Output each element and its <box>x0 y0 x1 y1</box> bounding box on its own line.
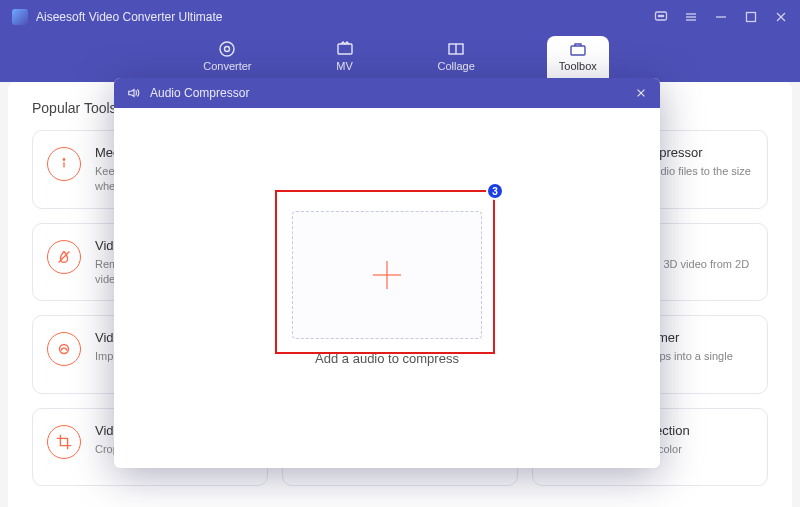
window-controls <box>654 10 788 24</box>
nav-converter[interactable]: Converter <box>191 36 263 82</box>
collage-icon <box>447 40 465 58</box>
svg-rect-8 <box>747 13 756 22</box>
callout-badge: 3 <box>486 182 504 200</box>
speaker-icon <box>126 85 142 101</box>
close-icon[interactable] <box>774 10 788 24</box>
svg-point-12 <box>225 47 230 52</box>
svg-point-2 <box>660 15 661 16</box>
nav-label: Collage <box>438 60 475 72</box>
menu-icon[interactable] <box>684 10 698 24</box>
plus-icon <box>367 255 407 295</box>
svg-rect-16 <box>571 46 585 55</box>
svg-point-18 <box>63 159 64 160</box>
converter-icon <box>218 40 236 58</box>
crop-icon <box>47 425 81 459</box>
svg-point-11 <box>220 42 234 56</box>
nav-label: Toolbox <box>559 60 597 72</box>
minimize-icon[interactable] <box>714 10 728 24</box>
svg-point-3 <box>662 15 663 16</box>
app-title: Aiseesoft Video Converter Ultimate <box>36 10 654 24</box>
app-logo <box>12 9 28 25</box>
modal-close-icon[interactable] <box>634 86 648 100</box>
modal-body: Add a audio to compress <box>114 108 660 468</box>
nav-mv[interactable]: MV <box>324 36 366 82</box>
top-nav: Converter MV Collage Toolbox <box>0 34 800 82</box>
enhance-icon <box>47 332 81 366</box>
mv-icon <box>336 40 354 58</box>
audio-compressor-modal: Audio Compressor Add a audio to compress <box>114 78 660 468</box>
add-audio-dropzone[interactable] <box>292 211 482 339</box>
modal-titlebar: Audio Compressor <box>114 78 660 108</box>
feedback-icon[interactable] <box>654 10 668 24</box>
info-icon <box>47 147 81 181</box>
modal-title: Audio Compressor <box>150 86 634 100</box>
watermark-icon <box>47 240 81 274</box>
nav-toolbox[interactable]: Toolbox <box>547 36 609 82</box>
nav-label: Converter <box>203 60 251 72</box>
nav-label: MV <box>336 60 353 72</box>
titlebar: Aiseesoft Video Converter Ultimate <box>0 0 800 34</box>
maximize-icon[interactable] <box>744 10 758 24</box>
nav-collage[interactable]: Collage <box>426 36 487 82</box>
dropzone-caption: Add a audio to compress <box>315 351 459 366</box>
toolbox-icon <box>569 40 587 58</box>
svg-point-21 <box>60 345 69 354</box>
svg-point-1 <box>658 15 659 16</box>
svg-rect-13 <box>338 44 352 54</box>
